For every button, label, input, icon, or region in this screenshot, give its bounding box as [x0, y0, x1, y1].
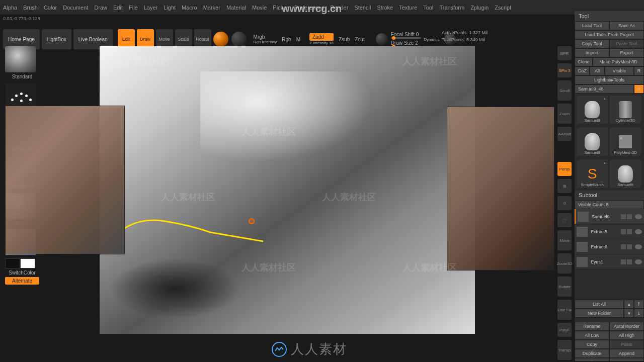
persp-button[interactable]: Persp — [557, 162, 572, 176]
menu-transform[interactable]: Transform — [439, 5, 464, 11]
zadd-button[interactable]: Zadd — [309, 33, 334, 41]
color-swatch-white[interactable] — [20, 258, 35, 268]
all-low-button[interactable]: All Low — [575, 331, 609, 340]
menu-file[interactable]: File — [129, 5, 138, 11]
menu-macro[interactable]: Macro — [182, 5, 197, 11]
menu-texture[interactable]: Texture — [399, 5, 417, 11]
z-intensity-label[interactable]: Z Intensity 16 — [309, 41, 334, 45]
arrow-top-icon[interactable]: ⤒ — [634, 300, 644, 309]
duplicate-button[interactable]: Duplicate — [575, 349, 609, 358]
menu-material[interactable]: Material — [226, 5, 246, 11]
menu-stencil[interactable]: Stencil — [354, 5, 371, 11]
goz-visible-button[interactable]: Visible — [605, 66, 634, 75]
tool-thumb-samuel9-3[interactable]: Samuel9 — [610, 160, 641, 188]
menu-alpha[interactable]: Alpha — [3, 5, 17, 11]
clone-button[interactable]: Clone — [575, 57, 593, 66]
tool-thumb-polymesh3d[interactable]: ★PolyMesh3D — [610, 128, 641, 156]
frame-button[interactable]: ⬚ — [557, 213, 572, 227]
new-folder-button[interactable]: New Folder — [575, 309, 624, 318]
eye-icon[interactable] — [635, 214, 642, 219]
list-all-button[interactable]: List All — [575, 300, 624, 309]
arrow-up-icon[interactable]: ▴ — [624, 300, 634, 309]
dynamic-label[interactable]: Dynamic — [424, 37, 439, 42]
arrow-down-icon[interactable]: ▾ — [624, 309, 634, 318]
rgb-button[interactable]: Rgb — [282, 37, 291, 42]
menu-stroke[interactable]: Stroke — [377, 5, 393, 11]
reference-image-left[interactable] — [5, 106, 125, 254]
transp-button[interactable]: Transp — [557, 340, 572, 360]
tool-panel-header[interactable]: Tool — [575, 11, 644, 21]
rotate3d-button[interactable]: Rotate — [557, 277, 572, 297]
aahalf-button[interactable]: AAHalf — [557, 127, 572, 141]
subtool-item-extract5[interactable]: Extract5 — [575, 224, 644, 239]
goz-button[interactable]: GoZ — [575, 66, 590, 75]
menu-layer[interactable]: Layer — [144, 5, 158, 11]
paste-button[interactable]: Paste — [609, 340, 644, 349]
spix-label[interactable]: SPix 3 — [557, 63, 572, 77]
subtool-header[interactable]: Subtool — [575, 190, 644, 200]
menu-light[interactable]: Light — [164, 5, 176, 11]
menu-color[interactable]: Color — [44, 5, 57, 11]
subtool-item-extract6[interactable]: Extract6 — [575, 239, 644, 254]
switch-color-button[interactable]: SwitchColor — [5, 270, 39, 276]
linefill-button[interactable]: Line Fill — [557, 300, 572, 320]
floor-button[interactable]: ⊞ — [557, 179, 572, 193]
menu-zscript[interactable]: Zscript — [495, 5, 511, 11]
arrow-bottom-icon[interactable]: ⤓ — [634, 309, 644, 318]
current-tool-r-button[interactable]: R — [634, 84, 644, 94]
scroll-button[interactable]: Scroll — [557, 80, 572, 101]
zsub-button[interactable]: Zsub — [339, 37, 350, 42]
bpr-button[interactable]: BPR — [557, 46, 572, 60]
local-button[interactable]: ⊙ — [557, 196, 572, 210]
load-tool-button[interactable]: Load Tool — [575, 21, 609, 30]
zoom-button[interactable]: Zoom — [557, 104, 572, 124]
delete-button[interactable]: Delete — [575, 358, 609, 361]
mrgb-button[interactable]: Mrgb — [254, 34, 277, 40]
menu-draw[interactable]: Draw — [94, 5, 107, 11]
menu-zplugin[interactable]: Zplugin — [470, 5, 489, 11]
copy-button[interactable]: Copy — [575, 340, 609, 349]
zoom3d-button[interactable]: Zoom3D — [557, 253, 572, 274]
auto-reorder-button[interactable]: AutoReorder — [609, 322, 644, 331]
all-high-button[interactable]: All High — [609, 331, 644, 340]
tool-thumb-cylinder3d[interactable]: Cylinder3D — [610, 96, 641, 124]
sculptris-sphere-icon[interactable] — [231, 32, 247, 47]
eye-icon[interactable] — [635, 244, 642, 249]
export-button[interactable]: Export — [609, 48, 644, 57]
goz-r-button[interactable]: R — [634, 66, 644, 75]
menu-tool[interactable]: Tool — [423, 5, 433, 11]
menu-picker[interactable]: Picker — [273, 5, 288, 11]
zcut-button[interactable]: Zcut — [355, 37, 364, 42]
menu-brush[interactable]: Brush — [23, 5, 38, 11]
copy-tool-button[interactable]: Copy Tool — [575, 39, 609, 48]
gizmo-sphere-icon[interactable] — [213, 32, 228, 47]
lightbox-button[interactable]: LightBox — [42, 29, 71, 49]
current-tool-label[interactable]: Samuel9_48 — [575, 84, 634, 94]
reference-image-right[interactable] — [447, 107, 554, 270]
s-curve-icon[interactable] — [376, 33, 388, 45]
lightbox-tools-button[interactable]: Lightbox▸Tools — [575, 75, 644, 84]
tool-thumb-samuel9-2[interactable]: Samuel9 — [577, 128, 608, 156]
insert-button[interactable]: Insert — [609, 358, 644, 361]
make-polymesh-button[interactable]: Make PolyMesh3D — [593, 57, 644, 66]
sculpt-viewport[interactable] — [100, 46, 475, 334]
menu-marker[interactable]: Marker — [203, 5, 220, 11]
subtool-item-eyes1[interactable]: Eyes1 — [575, 254, 644, 269]
subtool-item-samuel9[interactable]: Samuel9 — [575, 209, 644, 224]
focal-shift-slider[interactable] — [391, 37, 421, 39]
goz-all-button[interactable]: All — [590, 66, 605, 75]
save-as-button[interactable]: Save As — [609, 21, 644, 30]
m-button[interactable]: M — [296, 37, 300, 42]
eye-icon[interactable] — [635, 259, 642, 264]
alternate-button[interactable]: Alternate — [5, 277, 39, 285]
tool-thumb-simplebrush[interactable]: S4SimpleBrush — [577, 160, 608, 188]
append-button[interactable]: Append — [609, 349, 644, 358]
polyf-button[interactable]: PolyF — [557, 323, 572, 337]
eye-icon[interactable] — [635, 229, 642, 234]
menu-preferences[interactable]: Preferences — [294, 5, 324, 11]
focal-shift-label[interactable]: Focal Shift 0 — [391, 32, 419, 37]
menu-document[interactable]: Document — [63, 5, 88, 11]
menu-edit[interactable]: Edit — [113, 5, 123, 11]
import-button[interactable]: Import — [575, 48, 609, 57]
brush-preview-icon[interactable] — [5, 46, 36, 72]
